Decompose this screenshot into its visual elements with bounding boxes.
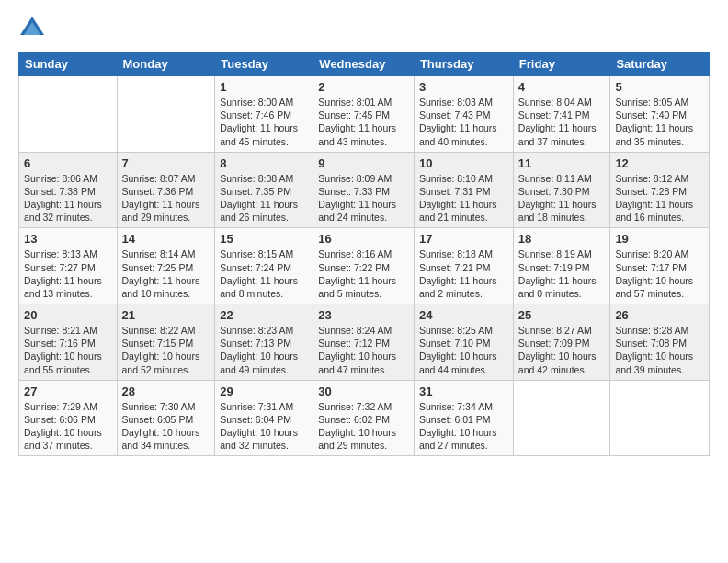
day-number: 7: [122, 156, 210, 170]
day-number: 15: [220, 232, 308, 246]
day-cell: 20Sunrise: 8:21 AM Sunset: 7:16 PM Dayli…: [19, 304, 118, 381]
day-number: 28: [122, 385, 210, 398]
day-cell: 29Sunrise: 7:31 AM Sunset: 6:04 PM Dayli…: [215, 380, 313, 456]
day-cell: [19, 76, 118, 153]
day-cell: 25Sunrise: 8:27 AM Sunset: 7:09 PM Dayli…: [513, 304, 610, 381]
weekday-header-thursday: Thursday: [414, 52, 513, 76]
day-cell: 3Sunrise: 8:03 AM Sunset: 7:43 PM Daylig…: [414, 76, 513, 153]
day-cell: [117, 76, 215, 153]
day-cell: 28Sunrise: 7:30 AM Sunset: 6:05 PM Dayli…: [117, 380, 215, 456]
day-cell: 21Sunrise: 8:22 AM Sunset: 7:15 PM Dayli…: [117, 304, 215, 381]
day-info: Sunrise: 8:09 AM Sunset: 7:33 PM Dayligh…: [318, 172, 409, 224]
weekday-header-monday: Monday: [117, 52, 215, 76]
weekday-header-sunday: Sunday: [19, 52, 118, 76]
day-info: Sunrise: 7:30 AM Sunset: 6:05 PM Dayligh…: [122, 400, 210, 453]
day-cell: 1Sunrise: 8:00 AM Sunset: 7:46 PM Daylig…: [215, 76, 313, 153]
day-info: Sunrise: 8:11 AM Sunset: 7:30 PM Dayligh…: [518, 172, 606, 224]
day-number: 13: [24, 232, 112, 246]
day-number: 24: [419, 308, 508, 322]
day-info: Sunrise: 7:31 AM Sunset: 6:04 PM Dayligh…: [220, 400, 308, 453]
day-cell: 22Sunrise: 8:23 AM Sunset: 7:13 PM Dayli…: [215, 304, 313, 381]
day-number: 31: [419, 385, 508, 398]
day-info: Sunrise: 7:34 AM Sunset: 6:01 PM Dayligh…: [419, 400, 508, 453]
day-number: 10: [419, 156, 508, 170]
day-info: Sunrise: 8:21 AM Sunset: 7:16 PM Dayligh…: [24, 324, 112, 376]
calendar-body: 1Sunrise: 8:00 AM Sunset: 7:46 PM Daylig…: [19, 76, 710, 456]
day-cell: 19Sunrise: 8:20 AM Sunset: 7:17 PM Dayli…: [610, 228, 710, 304]
day-number: 18: [518, 232, 606, 246]
week-row-1: 1Sunrise: 8:00 AM Sunset: 7:46 PM Daylig…: [19, 76, 710, 153]
day-info: Sunrise: 8:10 AM Sunset: 7:31 PM Dayligh…: [419, 172, 508, 224]
day-cell: 5Sunrise: 8:05 AM Sunset: 7:40 PM Daylig…: [610, 76, 710, 153]
day-number: 1: [220, 80, 308, 94]
day-number: 12: [615, 156, 704, 170]
day-info: Sunrise: 8:24 AM Sunset: 7:12 PM Dayligh…: [318, 324, 409, 376]
day-info: Sunrise: 8:12 AM Sunset: 7:28 PM Dayligh…: [615, 172, 704, 224]
day-cell: 26Sunrise: 8:28 AM Sunset: 7:08 PM Dayli…: [610, 304, 710, 381]
day-info: Sunrise: 8:15 AM Sunset: 7:24 PM Dayligh…: [220, 247, 308, 300]
day-cell: 10Sunrise: 8:10 AM Sunset: 7:31 PM Dayli…: [414, 152, 513, 228]
day-number: 29: [220, 385, 308, 398]
day-number: 3: [419, 80, 508, 94]
day-info: Sunrise: 8:14 AM Sunset: 7:25 PM Dayligh…: [122, 247, 210, 300]
day-cell: 14Sunrise: 8:14 AM Sunset: 7:25 PM Dayli…: [117, 228, 215, 304]
day-number: 16: [318, 232, 409, 246]
day-cell: 8Sunrise: 8:08 AM Sunset: 7:35 PM Daylig…: [215, 152, 313, 228]
day-info: Sunrise: 8:01 AM Sunset: 7:45 PM Dayligh…: [318, 96, 409, 148]
day-cell: 9Sunrise: 8:09 AM Sunset: 7:33 PM Daylig…: [313, 152, 415, 228]
page: SundayMondayTuesdayWednesdayThursdayFrid…: [0, 0, 728, 563]
day-cell: 7Sunrise: 8:07 AM Sunset: 7:36 PM Daylig…: [117, 152, 215, 228]
calendar-table: SundayMondayTuesdayWednesdayThursdayFrid…: [18, 52, 710, 456]
day-cell: 12Sunrise: 8:12 AM Sunset: 7:28 PM Dayli…: [610, 152, 710, 228]
day-cell: [513, 380, 610, 456]
day-info: Sunrise: 7:29 AM Sunset: 6:06 PM Dayligh…: [24, 400, 112, 453]
day-number: 20: [24, 308, 112, 322]
day-cell: 30Sunrise: 7:32 AM Sunset: 6:02 PM Dayli…: [313, 380, 415, 456]
day-number: 25: [518, 308, 606, 322]
day-info: Sunrise: 8:06 AM Sunset: 7:38 PM Dayligh…: [24, 172, 112, 224]
day-info: Sunrise: 8:07 AM Sunset: 7:36 PM Dayligh…: [122, 172, 210, 224]
day-number: 9: [318, 156, 409, 170]
day-cell: 17Sunrise: 8:18 AM Sunset: 7:21 PM Dayli…: [414, 228, 513, 304]
day-number: 8: [220, 156, 308, 170]
day-cell: 23Sunrise: 8:24 AM Sunset: 7:12 PM Dayli…: [313, 304, 415, 381]
day-number: 27: [24, 385, 112, 398]
logo-icon: [18, 15, 46, 42]
day-info: Sunrise: 8:16 AM Sunset: 7:22 PM Dayligh…: [318, 247, 409, 300]
calendar-header: SundayMondayTuesdayWednesdayThursdayFrid…: [19, 52, 710, 76]
weekday-header-tuesday: Tuesday: [215, 52, 313, 76]
day-cell: 11Sunrise: 8:11 AM Sunset: 7:30 PM Dayli…: [513, 152, 610, 228]
day-info: Sunrise: 8:03 AM Sunset: 7:43 PM Dayligh…: [419, 96, 508, 148]
day-number: 6: [24, 156, 112, 170]
day-info: Sunrise: 8:04 AM Sunset: 7:41 PM Dayligh…: [518, 96, 606, 148]
day-cell: 4Sunrise: 8:04 AM Sunset: 7:41 PM Daylig…: [513, 76, 610, 153]
day-info: Sunrise: 8:18 AM Sunset: 7:21 PM Dayligh…: [419, 247, 508, 300]
day-cell: 24Sunrise: 8:25 AM Sunset: 7:10 PM Dayli…: [414, 304, 513, 381]
day-number: 19: [615, 232, 704, 246]
day-cell: [610, 380, 710, 456]
day-info: Sunrise: 7:32 AM Sunset: 6:02 PM Dayligh…: [318, 400, 409, 453]
day-info: Sunrise: 8:28 AM Sunset: 7:08 PM Dayligh…: [615, 324, 704, 376]
day-cell: 2Sunrise: 8:01 AM Sunset: 7:45 PM Daylig…: [313, 76, 415, 153]
day-cell: 13Sunrise: 8:13 AM Sunset: 7:27 PM Dayli…: [19, 228, 118, 304]
day-number: 21: [122, 308, 210, 322]
day-number: 5: [615, 80, 704, 94]
day-number: 22: [220, 308, 308, 322]
day-number: 14: [122, 232, 210, 246]
weekday-header-saturday: Saturday: [610, 52, 710, 76]
logo: [18, 15, 50, 42]
day-cell: 16Sunrise: 8:16 AM Sunset: 7:22 PM Dayli…: [313, 228, 415, 304]
day-number: 4: [518, 80, 606, 94]
day-info: Sunrise: 8:13 AM Sunset: 7:27 PM Dayligh…: [24, 247, 112, 300]
day-cell: 27Sunrise: 7:29 AM Sunset: 6:06 PM Dayli…: [19, 380, 118, 456]
day-info: Sunrise: 8:08 AM Sunset: 7:35 PM Dayligh…: [220, 172, 308, 224]
week-row-3: 13Sunrise: 8:13 AM Sunset: 7:27 PM Dayli…: [19, 228, 710, 304]
day-number: 23: [318, 308, 409, 322]
day-info: Sunrise: 8:22 AM Sunset: 7:15 PM Dayligh…: [122, 324, 210, 376]
header: [18, 15, 710, 42]
day-cell: 18Sunrise: 8:19 AM Sunset: 7:19 PM Dayli…: [513, 228, 610, 304]
day-info: Sunrise: 8:27 AM Sunset: 7:09 PM Dayligh…: [518, 324, 606, 376]
day-info: Sunrise: 8:23 AM Sunset: 7:13 PM Dayligh…: [220, 324, 308, 376]
week-row-4: 20Sunrise: 8:21 AM Sunset: 7:16 PM Dayli…: [19, 304, 710, 381]
day-cell: 15Sunrise: 8:15 AM Sunset: 7:24 PM Dayli…: [215, 228, 313, 304]
